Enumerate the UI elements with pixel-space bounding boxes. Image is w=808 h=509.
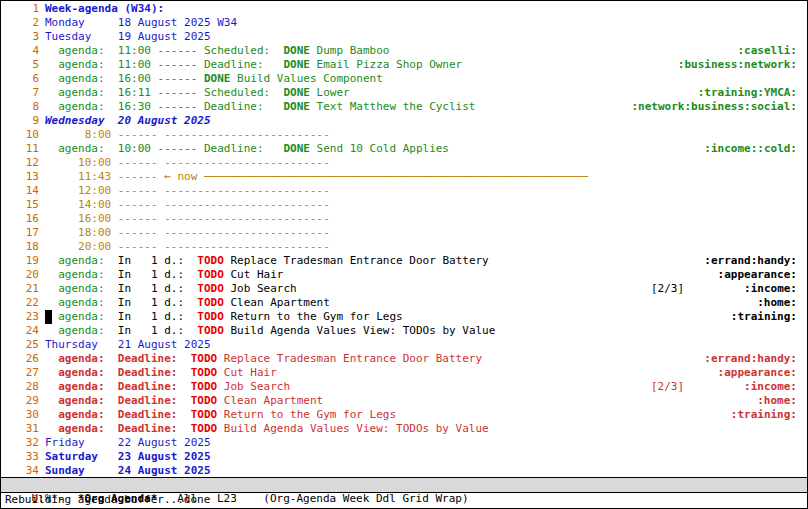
mode-line[interactable]: U:%*- *Org Agenda* All L23 (Org-Agenda W… — [1, 477, 807, 493]
line-content: 12:00 ------ ------------------------- — [45, 184, 807, 198]
line-number: 22 — [1, 296, 45, 310]
item-tags: :errand:handy: — [704, 254, 797, 268]
line-content[interactable]: agenda: In 1 d.: TODO Replace Tradesman … — [45, 254, 807, 268]
agenda-item-line[interactable]: 4 agenda: 11:00 ------ Scheduled: DONE D… — [1, 44, 807, 58]
agenda-item-line[interactable]: 7 agenda: 16:11 ------ Scheduled: DONE L… — [1, 86, 807, 100]
agenda-item-line[interactable]: 24 agenda: In 1 d.: TODO Build Agenda Va… — [1, 324, 807, 338]
text-segment: Clean Apartment — [217, 394, 323, 408]
agenda-item-line[interactable]: 29 agenda: Deadline: TODO Clean Apartmen… — [1, 394, 807, 408]
text-segment: In 1 d.: — [118, 254, 197, 268]
time-grid-line: 12 10:00 ------ ------------------------… — [1, 156, 807, 170]
line-number: 2 — [1, 16, 45, 30]
spacer — [389, 44, 737, 58]
text-segment: agenda: Deadline: — [45, 394, 191, 408]
line-content[interactable]: agenda: In 1 d.: TODO Build Agenda Value… — [45, 324, 807, 338]
line-content: 11:43 ------ ← now ─────────────────────… — [45, 170, 807, 184]
agenda-item-line[interactable]: 19 agenda: In 1 d.: TODO Replace Tradesm… — [1, 254, 807, 268]
text-segment: agenda: Deadline: — [45, 422, 191, 436]
text-segment: Build Values Component — [230, 72, 382, 86]
line-content[interactable]: agenda: 16:11 ------ Scheduled: DONE Low… — [45, 86, 807, 100]
spacer — [290, 380, 651, 394]
text-segment: 11:43 ------ ← now ─────────────────────… — [45, 170, 588, 184]
agenda-item-line[interactable]: 21 agenda: In 1 d.: TODO Job Search[2/3]… — [1, 282, 807, 296]
line-content[interactable]: agenda: Deadline: TODO Clean Apartment:h… — [45, 394, 807, 408]
item-tags: :income::cold: — [704, 142, 797, 156]
text-segment: DONE — [283, 100, 310, 114]
line-content[interactable]: agenda: Deadline: TODO Build Agenda Valu… — [45, 422, 807, 436]
agenda-item-line[interactable]: 30 agenda: Deadline: TODO Return to the … — [1, 408, 807, 422]
text-segment: 12:00 ------ ------------------------- — [45, 184, 330, 198]
text-segment: In 1 d.: — [118, 296, 197, 310]
agenda-item-line[interactable]: 22 agenda: In 1 d.: TODO Clean Apartment… — [1, 296, 807, 310]
line-content[interactable]: agenda: Deadline: TODO Replace Tradesman… — [45, 352, 807, 366]
line-content[interactable]: agenda: In 1 d.: TODO Clean Apartment:ho… — [45, 296, 807, 310]
text-segment: agenda: Deadline: — [45, 408, 191, 422]
agenda-item-line[interactable]: 6 agenda: 16:00 ------ DONE Build Values… — [1, 72, 807, 86]
line-number: 11 — [1, 142, 45, 156]
item-tags: :home: — [757, 296, 797, 310]
spacer — [449, 142, 704, 156]
line-content[interactable]: agenda: 16:00 ------ DONE Build Values C… — [45, 72, 807, 86]
line-number: 6 — [1, 72, 45, 86]
item-tags: :income: — [744, 282, 797, 296]
line-content[interactable]: agenda: In 1 d.: TODO Return to the Gym … — [45, 310, 807, 324]
echo-area: Rebuilding agenda buffer...done — [1, 493, 807, 508]
agenda-item-line[interactable]: 26 agenda: Deadline: TODO Replace Trades… — [1, 352, 807, 366]
spacer — [283, 268, 717, 282]
spacer — [403, 310, 731, 324]
item-tags: :training: — [731, 408, 797, 422]
agenda-item-line[interactable]: 31 agenda: Deadline: TODO Build Agenda V… — [1, 422, 807, 436]
line-number: 21 — [1, 282, 45, 296]
text-segment: DONE — [283, 142, 310, 156]
spacer — [482, 352, 704, 366]
agenda-item-line[interactable]: 27 agenda: Deadline: TODO Cut Hair:appea… — [1, 366, 807, 380]
line-content: Wednesday 20 August 2025 — [45, 114, 807, 128]
item-tags: :network:business:social: — [631, 100, 797, 114]
agenda-item-line[interactable]: 20 agenda: In 1 d.: TODO Cut Hair:appear… — [1, 268, 807, 282]
text-segment: Send 10 Cold Applies — [310, 142, 449, 156]
agenda-item-line[interactable]: 28 agenda: Deadline: TODO Job Search[2/3… — [1, 380, 807, 394]
time-grid-line: 15 14:00 ------ ------------------------… — [1, 198, 807, 212]
line-content[interactable]: agenda: Deadline: TODO Return to the Gym… — [45, 408, 807, 422]
line-number: 9 — [1, 114, 45, 128]
line-number: 32 — [1, 436, 45, 450]
item-tags: :appearance: — [718, 268, 797, 282]
text-segment: 18:00 ------ ------------------------- — [45, 226, 330, 240]
text-segment: Return to the Gym for Legs — [217, 408, 396, 422]
line-content[interactable]: agenda: Deadline: TODO Job Search[2/3]:i… — [45, 380, 807, 394]
line-content[interactable]: agenda: 16:30 ------ Deadline: DONE Text… — [45, 100, 807, 114]
spacer — [277, 366, 718, 380]
item-tags: :home: — [757, 394, 797, 408]
item-tags: :appearance: — [718, 366, 797, 380]
text-segment: agenda: — [45, 296, 118, 310]
text-segment: agenda: — [45, 268, 118, 282]
agenda-item-line[interactable]: 23 agenda: In 1 d.: TODO Return to the G… — [1, 310, 807, 324]
text-segment: Build Agenda Values View: TODOs by Value — [224, 324, 496, 338]
line-number: 27 — [1, 366, 45, 380]
line-content: Friday 22 August 2025 — [45, 436, 807, 450]
line-content[interactable]: agenda: 11:00 ------ Deadline: DONE Emai… — [45, 58, 807, 72]
line-content[interactable]: agenda: 10:00 ------ Deadline: DONE Send… — [45, 142, 807, 156]
line-content[interactable]: agenda: In 1 d.: TODO Job Search[2/3]:in… — [45, 282, 807, 296]
line-content: 14:00 ------ ------------------------- — [45, 198, 807, 212]
text-segment: Sunday 24 August 2025 — [45, 464, 211, 477]
text-segment: Week-agenda (W34): — [45, 2, 164, 16]
text-segment: Wednesday 20 August 2025 — [45, 114, 211, 128]
line-number: 10 — [1, 128, 45, 142]
line-content[interactable]: agenda: 11:00 ------ Scheduled: DONE Dum… — [45, 44, 807, 58]
text-segment: TODO — [191, 352, 218, 366]
agenda-item-line[interactable]: 5 agenda: 11:00 ------ Deadline: DONE Em… — [1, 58, 807, 72]
line-number: 29 — [1, 394, 45, 408]
line-number: 33 — [1, 450, 45, 464]
org-agenda-buffer: 1Week-agenda (W34):2Monday 18 August 202… — [1, 1, 807, 477]
line-content[interactable]: agenda: Deadline: TODO Cut Hair:appearan… — [45, 366, 807, 380]
text-segment: TODO — [191, 366, 218, 380]
text-segment: Email Pizza Shop Owner — [310, 58, 462, 72]
current-time-line: 13 11:43 ------ ← now ──────────────────… — [1, 170, 807, 184]
text-segment: agenda: Deadline: — [45, 380, 191, 394]
line-content[interactable]: agenda: In 1 d.: TODO Cut Hair:appearanc… — [45, 268, 807, 282]
text-segment: TODO — [197, 268, 224, 282]
agenda-item-line[interactable]: 8 agenda: 16:30 ------ Deadline: DONE Te… — [1, 100, 807, 114]
agenda-item-line[interactable]: 11 agenda: 10:00 ------ Deadline: DONE S… — [1, 142, 807, 156]
text-segment: agenda: — [45, 324, 118, 338]
